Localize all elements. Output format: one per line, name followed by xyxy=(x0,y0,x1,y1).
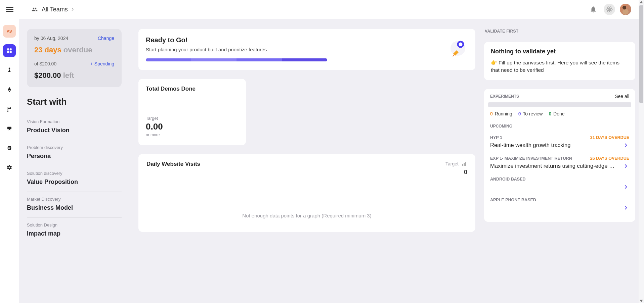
step-business-model[interactable]: Market Discovery Business Model xyxy=(27,192,122,218)
demos-target-value: 0.00 xyxy=(146,121,239,132)
step-value-proposition[interactable]: Solution discovery Value Proposition xyxy=(27,166,122,192)
chevron-right-icon xyxy=(622,142,629,149)
svg-point-0 xyxy=(609,9,610,10)
experiment-item[interactable]: EXP 1- MAXIMIZE INVESTMENT RETURN26 DAYS… xyxy=(484,155,635,175)
chevron-right-icon xyxy=(622,204,629,211)
menu-icon[interactable] xyxy=(6,5,14,13)
experiment-item[interactable]: ANDROID BASED xyxy=(484,175,635,196)
progress-bar xyxy=(146,58,327,61)
svg-rect-7 xyxy=(10,51,12,53)
step-impact-map[interactable]: Solution Design Impact map xyxy=(27,218,122,243)
team-selector[interactable]: All Teams xyxy=(31,6,75,13)
change-link[interactable]: Change xyxy=(98,36,114,41)
step-product-vision[interactable]: Vision Formation Product Vision xyxy=(27,114,122,140)
experiments-section: EXPERIMENTS See all 0 Running 0 To revie… xyxy=(484,89,635,222)
svg-rect-5 xyxy=(10,48,12,50)
user-avatar[interactable] xyxy=(620,4,631,15)
experiment-item[interactable]: APPLE PHONE BASED xyxy=(484,196,635,217)
bar-chart-icon xyxy=(461,161,467,167)
rocket-icon xyxy=(446,38,468,60)
overdue-text: 23 days overdue xyxy=(34,46,114,54)
nav-ethereum-icon[interactable] xyxy=(3,83,16,96)
nav-rail: AV xyxy=(0,19,19,303)
workspace-avatar[interactable]: AV xyxy=(3,25,16,38)
ready-banner: Ready to Go! Start planning your product… xyxy=(138,29,475,70)
chevron-right-icon xyxy=(622,163,629,169)
ready-subtitle: Start planning your product built and pr… xyxy=(146,47,327,52)
nav-presentation[interactable] xyxy=(3,122,16,135)
visits-title: Daily Website Visits xyxy=(146,161,200,167)
ready-title: Ready to Go! xyxy=(146,36,327,44)
chevron-right-icon xyxy=(622,184,629,190)
svg-rect-10 xyxy=(8,146,11,150)
svg-rect-4 xyxy=(7,48,9,50)
svg-rect-17 xyxy=(465,162,466,166)
experiment-item[interactable]: HYP 131 DAYS OVERDUE Real-time wealth gr… xyxy=(484,134,635,155)
upcoming-label: UPCOMING xyxy=(484,122,635,134)
visits-target-label: Target xyxy=(445,161,459,166)
add-spending-link[interactable]: + Spending xyxy=(90,61,114,66)
scroll-thumb[interactable] xyxy=(639,5,643,103)
people-icon xyxy=(31,6,38,12)
demos-target-more: or more xyxy=(146,133,239,137)
sidebar: by 06 Aug, 2024 Change 23 days overdue o… xyxy=(19,19,130,303)
chevron-right-icon xyxy=(70,7,75,12)
svg-rect-12 xyxy=(8,148,10,149)
visits-target-value: 0 xyxy=(445,169,467,176)
header: All Teams xyxy=(0,0,644,19)
nav-settings[interactable] xyxy=(3,161,16,174)
summary-date: by 06 Aug, 2024 xyxy=(34,36,68,41)
point-right-icon: 👉 xyxy=(491,59,497,66)
start-with-heading: Start with xyxy=(27,97,122,107)
demos-target-label: Target xyxy=(146,116,239,121)
experiments-label: EXPERIMENTS xyxy=(490,94,519,99)
step-persona[interactable]: Problem discovery Persona xyxy=(27,140,122,166)
experiments-counts: 0 Running 0 To review 0 Done xyxy=(484,111,635,122)
svg-point-14 xyxy=(458,42,463,47)
demos-title: Total Demos Done xyxy=(146,86,239,92)
visits-no-data: Not enough data points for a graph (Requ… xyxy=(146,213,467,218)
daily-visits-card: Daily Website Visits Target 0 Not enough… xyxy=(138,154,475,232)
svg-rect-11 xyxy=(8,148,10,148)
page-scrollbar[interactable] xyxy=(639,0,644,303)
validate-body: 👉Fill up the canvases first. Here you wi… xyxy=(491,59,629,74)
svg-rect-15 xyxy=(462,164,463,166)
svg-rect-16 xyxy=(464,163,465,166)
app-logo-icon[interactable] xyxy=(604,4,615,15)
experiments-progress xyxy=(488,102,631,107)
notifications-icon[interactable] xyxy=(588,4,599,15)
budget-total: of $200.00 xyxy=(34,61,56,66)
nav-dashboard[interactable] xyxy=(3,44,16,57)
nav-strategy[interactable] xyxy=(3,64,16,77)
nav-milestones[interactable] xyxy=(3,103,16,115)
summary-card: by 06 Aug, 2024 Change 23 days overdue o… xyxy=(27,29,122,87)
total-demos-card: Total Demos Done Target 0.00 or more xyxy=(138,79,246,145)
svg-rect-6 xyxy=(7,51,9,53)
team-label: All Teams xyxy=(42,6,68,13)
svg-point-8 xyxy=(7,111,8,112)
validate-section-label: VALIDATE FIRST xyxy=(484,29,635,37)
validate-title: Nothing to validate yet xyxy=(491,48,629,55)
see-all-link[interactable]: See all xyxy=(615,94,629,99)
validate-card: Nothing to validate yet 👉Fill up the can… xyxy=(484,42,635,80)
budget-left: $200.00 left xyxy=(34,71,114,80)
nav-notes[interactable] xyxy=(3,142,16,154)
